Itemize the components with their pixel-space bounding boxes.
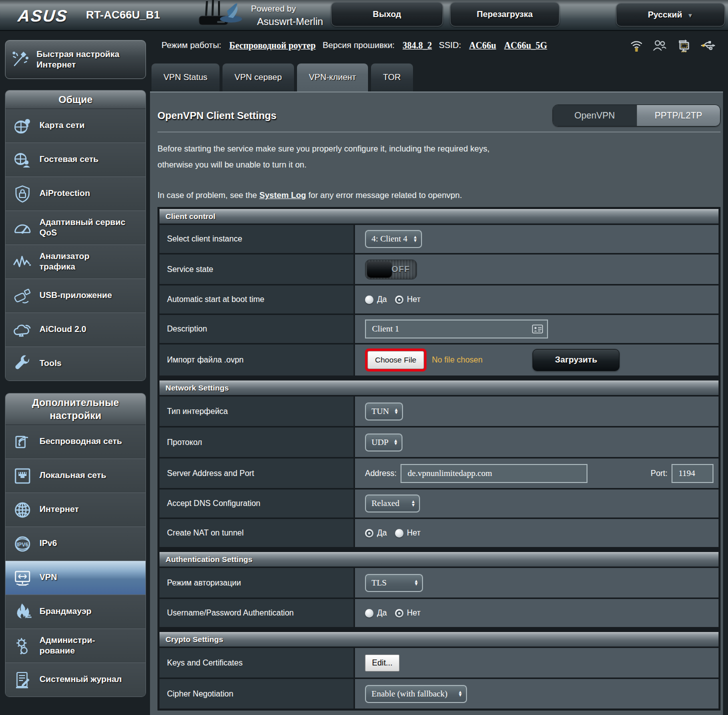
auth-mode-select[interactable]: TLS ▲▼: [365, 574, 423, 592]
port-label: Port:: [650, 469, 668, 478]
tab-tor[interactable]: TOR: [371, 64, 413, 92]
sidebar-item-system-log[interactable]: Системный журнал: [6, 663, 146, 696]
clients-status-icon[interactable]: [652, 38, 667, 52]
nat-yes-radio[interactable]: [365, 529, 374, 538]
quick-setup-button[interactable]: Быстрая настройка Интернет: [5, 40, 146, 79]
page-title: OpenVPN Client Settings: [158, 110, 276, 122]
firmware-version-link[interactable]: 384.8_2: [402, 40, 432, 51]
intro-text: Before starting the service make sure yo…: [158, 140, 722, 172]
sidebar-item-aiprotection[interactable]: AiProtection: [6, 177, 146, 211]
edit-keys-button[interactable]: Edit...: [365, 654, 400, 672]
autostart-yes-radio[interactable]: [365, 296, 374, 304]
language-selector[interactable]: Русский ▼: [616, 3, 725, 26]
tab-vpn-server[interactable]: VPN сервер: [222, 64, 294, 92]
autostart-no-radio[interactable]: [395, 296, 404, 304]
address-field-wrap: [400, 464, 588, 483]
sidebar-item-network-map[interactable]: Карта сети: [6, 109, 146, 143]
tab-vpn-client[interactable]: VPN-клиент: [297, 64, 368, 92]
operation-mode-label: Режим работы:: [162, 40, 222, 50]
vpn-type-toggle: OpenVPN PPTP/L2TP: [552, 104, 720, 126]
description-input[interactable]: [371, 324, 532, 334]
openvpn-toggle-button[interactable]: OpenVPN: [553, 105, 636, 126]
firmware-label: Версия прошивки:: [322, 40, 394, 50]
choose-file-button[interactable]: Choose File: [368, 351, 424, 369]
cipher-negotiation-select[interactable]: Enable (with fallback) ▲▼: [365, 685, 467, 703]
sidebar: Быстрая настройка Интернет Общие Карта с…: [0, 31, 150, 715]
ssid-2g-link[interactable]: AC66u: [469, 40, 496, 51]
sidebar-item-qos[interactable]: Адаптивный сервис QoS: [6, 211, 146, 245]
gear-wrench-icon: [12, 636, 34, 656]
section-authentication-settings: Authentication Settings: [160, 552, 718, 566]
sidebar-item-tools[interactable]: Tools: [6, 347, 146, 380]
row-autostart: Automatic start at boot time Да Нет: [160, 286, 718, 314]
usb-status-icon[interactable]: [700, 39, 717, 52]
sidebar-item-traffic-analyzer[interactable]: Анализатор трафика: [6, 245, 146, 279]
pptp-l2tp-toggle-button[interactable]: PPTP/L2TP: [636, 105, 720, 126]
row-keys-certificates: Keys and Certificates Edit...: [160, 648, 718, 678]
wrench-icon: [12, 354, 34, 374]
sidebar-group-general: Общие Карта сети: [5, 90, 146, 381]
log-document-icon: [12, 670, 34, 690]
server-address-input[interactable]: [406, 468, 582, 479]
service-state-toggle[interactable]: OFF: [365, 260, 417, 280]
port-field-wrap: [672, 464, 714, 483]
sidebar-item-wireless[interactable]: Беспроводная сеть: [6, 425, 146, 459]
shield-lock-icon: [12, 184, 34, 204]
userpass-no-radio[interactable]: [395, 609, 404, 618]
server-port-input[interactable]: [678, 468, 708, 479]
tab-vpn-status[interactable]: VPN Status: [152, 64, 220, 92]
sidebar-item-firewall[interactable]: Брандмауэр: [6, 595, 146, 629]
row-description: Description: [160, 315, 718, 343]
ssid-5g-link[interactable]: AC66u_5G: [504, 40, 547, 51]
sidebar-header-general: Общие: [6, 90, 146, 109]
address-label: Address:: [365, 469, 396, 478]
sidebar-item-administration[interactable]: Администри- рование: [6, 629, 146, 663]
client-instance-select[interactable]: 4: Client 4 ▲▼: [365, 230, 422, 248]
sidebar-item-aicloud[interactable]: AiCloud 2.0: [6, 313, 146, 347]
vpn-monitor-icon: [12, 568, 34, 588]
sidebar-item-lan[interactable]: Локальная сеть: [6, 459, 146, 493]
userpass-yes-radio[interactable]: [365, 609, 374, 618]
select-arrows-icon: ▲▼: [458, 691, 462, 697]
select-arrows-icon: ▲▼: [394, 408, 398, 414]
gauge-icon: [12, 218, 34, 238]
sidebar-item-wan[interactable]: Интернет: [6, 493, 146, 527]
wifi-status-icon[interactable]: [630, 38, 644, 52]
ethernet-port-icon: [12, 466, 34, 486]
network-map-icon: [12, 116, 34, 136]
system-log-link[interactable]: System Log: [260, 190, 306, 200]
vpn-tabs: VPN Status VPN сервер VPN-клиент TOR: [152, 64, 723, 92]
sidebar-group-advanced: Дополнительные настройки Беспроводная се…: [5, 393, 146, 697]
network-devices-icon[interactable]: [676, 38, 692, 53]
reboot-button[interactable]: Перезагрузка: [450, 2, 560, 26]
section-client-control: Client control: [160, 209, 718, 224]
row-import-ovpn: Импорт файла .ovpn Choose File No file c…: [160, 344, 718, 376]
protocol-select[interactable]: UDP ▲▼: [365, 434, 402, 452]
select-arrows-icon: ▲▼: [411, 500, 416, 506]
status-infobar: Режим работы: Беспроводной роутер Версия…: [150, 31, 723, 60]
usb-stick-icon: [12, 286, 34, 306]
row-userpass-auth: Username/Password Authentication Да Нет: [160, 599, 718, 627]
sidebar-item-ipv6[interactable]: IPV6 IPv6: [6, 527, 146, 561]
toggle-knob: [367, 262, 392, 278]
nat-no-radio[interactable]: [395, 529, 404, 538]
wireless-icon: [12, 432, 34, 452]
sidebar-item-usb-application[interactable]: USB-приложение: [6, 279, 146, 313]
cloud-icon: [12, 320, 34, 340]
section-crypto-settings: Crypto Settings: [160, 632, 718, 646]
upload-button[interactable]: Загрузить: [532, 349, 620, 371]
section-network-settings: Network Settings: [160, 380, 718, 395]
select-arrows-icon: ▲▼: [394, 440, 398, 446]
row-auth-mode: Режим авторизации TLS ▲▼: [160, 568, 718, 598]
intro-syslog-text: In case of problem, see the System Log f…: [158, 190, 722, 200]
operation-mode-link[interactable]: Беспроводной роутер: [230, 40, 316, 51]
asus-logo: ASUS: [17, 6, 69, 26]
header-banner: ASUS RT-AC66U_B1 Powered by Asuswrt-Merl…: [0, 0, 728, 31]
sidebar-item-vpn[interactable]: VPN: [6, 561, 146, 595]
accept-dns-select[interactable]: Relaxed ▲▼: [365, 494, 420, 512]
client-list-icon[interactable]: [532, 324, 543, 334]
interface-type-select[interactable]: TUN ▲▼: [365, 402, 403, 420]
waveform-icon: [12, 252, 34, 272]
sidebar-item-guest-network[interactable]: Гостевая сеть: [6, 143, 146, 177]
logout-button[interactable]: Выход: [331, 2, 443, 26]
